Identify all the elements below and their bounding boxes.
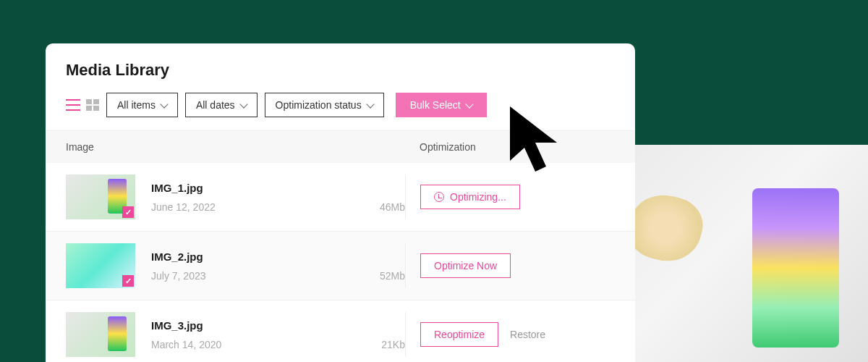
filename[interactable]: IMG_1.jpg xyxy=(151,182,405,194)
checkmark-icon xyxy=(122,275,134,287)
reoptimize-button[interactable]: Reoptimize xyxy=(420,322,498,347)
filter-items-label: All items xyxy=(117,99,156,111)
filter-items-dropdown[interactable]: All items xyxy=(106,93,178,117)
page-title: Media Library xyxy=(66,61,615,80)
file-date: July 7, 2023 xyxy=(151,270,206,282)
table-row: IMG_2.jpg July 7, 2023 52Mb Optimize Now xyxy=(46,232,635,300)
optimizing-label: Optimizing... xyxy=(450,191,506,203)
filter-dates-dropdown[interactable]: All dates xyxy=(185,93,258,117)
column-header-optimization: Optimization xyxy=(405,141,615,153)
chevron-down-icon xyxy=(239,100,247,108)
file-date: March 14, 2020 xyxy=(151,339,221,350)
view-toggle xyxy=(66,99,99,111)
file-date: June 12, 2022 xyxy=(151,201,216,213)
column-header-image: Image xyxy=(66,141,405,153)
thumbnail[interactable] xyxy=(66,312,135,357)
toolbar: All items All dates Optimization status … xyxy=(46,93,635,130)
table-row: IMG_1.jpg June 12, 2022 46Mb Optimizing.… xyxy=(46,163,635,232)
reoptimize-label: Reoptimize xyxy=(434,329,485,340)
optimizing-status: Optimizing... xyxy=(420,185,520,209)
chevron-down-icon xyxy=(366,100,374,108)
media-library-panel: Media Library All items All dates Optimi… xyxy=(46,43,635,362)
file-size: 46Mb xyxy=(380,201,405,213)
file-size: 21Kb xyxy=(381,339,405,350)
filter-optimization-label: Optimization status xyxy=(276,99,362,111)
grid-view-icon[interactable] xyxy=(86,99,99,111)
filename[interactable]: IMG_2.jpg xyxy=(151,251,405,263)
thumbnail[interactable] xyxy=(66,174,135,219)
optimize-now-button[interactable]: Optimize Now xyxy=(420,253,511,278)
filename[interactable]: IMG_3.jpg xyxy=(151,319,405,332)
chevron-down-icon xyxy=(465,100,473,108)
checkmark-icon xyxy=(122,206,134,218)
clock-icon xyxy=(434,192,444,202)
filter-optimization-dropdown[interactable]: Optimization status xyxy=(265,93,384,117)
optimize-now-label: Optimize Now xyxy=(434,260,497,272)
chevron-down-icon xyxy=(160,100,168,108)
thumbnail[interactable] xyxy=(66,243,135,288)
list-view-icon[interactable] xyxy=(66,99,80,111)
bulk-select-label: Bulk Select xyxy=(410,99,461,111)
bulk-select-button[interactable]: Bulk Select xyxy=(396,93,487,117)
file-size: 52Mb xyxy=(380,270,405,282)
restore-link[interactable]: Restore xyxy=(510,329,545,340)
filter-dates-label: All dates xyxy=(196,99,235,111)
table-row: IMG_3.jpg March 14, 2020 21Kb Reoptimize… xyxy=(46,300,635,362)
table-header: Image Optimization xyxy=(46,130,635,163)
